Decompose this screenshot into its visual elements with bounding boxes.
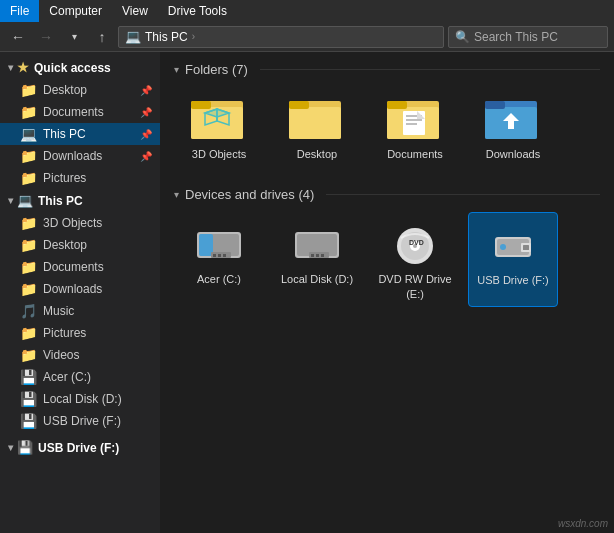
sidebar-label-downloads-qa: Downloads [43, 149, 102, 163]
svg-rect-28 [218, 254, 221, 257]
sidebar-item-downloads[interactable]: 📁 Downloads [0, 278, 160, 300]
drive-usb-f[interactable]: USB Drive (F:) [468, 212, 558, 307]
sidebar-label-usb-f: USB Drive (F:) [43, 414, 121, 428]
sidebar-label-desktop: Desktop [43, 238, 87, 252]
sidebar-item-music[interactable]: 🎵 Music [0, 300, 160, 322]
sidebar: ▾ ★ Quick access 📁 Desktop 📌 📁 Documents… [0, 52, 160, 533]
dropdown-button[interactable]: ▾ [62, 25, 86, 49]
back-button[interactable]: ← [6, 25, 30, 49]
sidebar-label-videos: Videos [43, 348, 79, 362]
folder-documents[interactable]: Documents [370, 87, 460, 167]
usb-bottom-icon: 💾 [17, 440, 33, 455]
videos-icon: 📁 [20, 347, 37, 363]
pin-icon: 📌 [140, 85, 152, 96]
dvd-drive-icon: DVD [387, 218, 443, 268]
svg-point-45 [500, 244, 506, 250]
svg-rect-9 [289, 101, 309, 109]
sidebar-label-desktop-qa: Desktop [43, 83, 87, 97]
drive-local-d[interactable]: Local Disk (D:) [272, 212, 362, 307]
sidebar-label-local-d: Local Disk (D:) [43, 392, 122, 406]
sidebar-item-downloads-qa[interactable]: 📁 Downloads 📌 [0, 145, 160, 167]
search-box[interactable]: 🔍 Search This PC [448, 26, 608, 48]
up-button[interactable]: ↑ [90, 25, 114, 49]
this-pc-header-label: This PC [38, 194, 83, 208]
folders-chevron: ▾ [174, 64, 179, 75]
sidebar-this-pc-header[interactable]: ▾ 💻 This PC [0, 189, 160, 212]
3d-icon: 📁 [20, 215, 37, 231]
sidebar-label-documents-qa: Documents [43, 105, 104, 119]
svg-rect-25 [199, 234, 213, 256]
downloads-folder-icon [485, 93, 541, 143]
svg-rect-13 [403, 111, 425, 135]
this-pc-chevron: ▾ [8, 195, 13, 206]
folders-divider [260, 69, 600, 70]
this-pc-icon: 💻 [20, 126, 37, 142]
sidebar-item-acer-c[interactable]: 💾 Acer (C:) [0, 366, 160, 388]
usb-bottom-label: USB Drive (F:) [38, 441, 119, 455]
drives-chevron: ▾ [174, 189, 179, 200]
svg-rect-35 [321, 254, 324, 257]
svg-rect-20 [485, 101, 505, 109]
usb-f-label: USB Drive (F:) [477, 273, 549, 287]
address-computer-icon: 💻 [125, 29, 141, 44]
menu-view[interactable]: View [112, 0, 158, 22]
dl-icon: 📁 [20, 281, 37, 297]
search-icon: 🔍 [455, 30, 470, 44]
menu-bar: File Computer View Drive Tools [0, 0, 614, 22]
downloads-qa-icon: 📁 [20, 148, 37, 164]
pin-icon-docs: 📌 [140, 107, 152, 118]
sidebar-item-pictures-qa[interactable]: 📁 Pictures [0, 167, 160, 189]
sidebar-item-desktop-qa[interactable]: 📁 Desktop 📌 [0, 79, 160, 101]
svg-rect-22 [508, 121, 514, 129]
svg-rect-44 [523, 245, 529, 250]
pictures-icon: 📁 [20, 325, 37, 341]
sidebar-usb-bottom[interactable]: ▾ 💾 USB Drive (F:) [0, 436, 160, 459]
desktop-qa-icon: 📁 [20, 82, 37, 98]
sidebar-item-3d-objects[interactable]: 📁 3D Objects [0, 212, 160, 234]
pin-icon-pc: 📌 [140, 129, 152, 140]
acer-drive-icon [191, 218, 247, 268]
3d-folder-icon [191, 93, 247, 143]
local-d-label: Local Disk (D:) [281, 272, 353, 286]
folder-downloads[interactable]: Downloads [468, 87, 558, 167]
sidebar-item-usb-f[interactable]: 💾 USB Drive (F:) [0, 410, 160, 432]
local-d-icon: 💾 [20, 391, 37, 407]
toolbar: ← → ▾ ↑ 💻 This PC › 🔍 Search This PC [0, 22, 614, 52]
usb-f-icon: 💾 [20, 413, 37, 429]
docs-icon: 📁 [20, 259, 37, 275]
folder-3d-objects[interactable]: 3D Objects [174, 87, 264, 167]
sidebar-item-documents[interactable]: 📁 Documents [0, 256, 160, 278]
sidebar-item-videos[interactable]: 📁 Videos [0, 344, 160, 366]
folders-section-header: ▾ Folders (7) [174, 62, 600, 77]
sidebar-item-documents-qa[interactable]: 📁 Documents 📌 [0, 101, 160, 123]
desktop-label: Desktop [297, 147, 337, 161]
address-bar[interactable]: 💻 This PC › [118, 26, 444, 48]
menu-computer[interactable]: Computer [39, 0, 112, 22]
drives-divider [326, 194, 600, 195]
svg-rect-8 [289, 107, 341, 139]
sidebar-item-pictures[interactable]: 📁 Pictures [0, 322, 160, 344]
sidebar-item-desktop[interactable]: 📁 Desktop [0, 234, 160, 256]
menu-drive-tools[interactable]: Drive Tools [158, 0, 237, 22]
menu-file[interactable]: File [0, 0, 39, 22]
usb-bottom-chevron: ▾ [8, 442, 13, 453]
folder-desktop[interactable]: Desktop [272, 87, 362, 167]
svg-rect-2 [191, 101, 211, 109]
content-area: ▾ Folders (7) 3D [160, 52, 614, 533]
drive-dvd-e[interactable]: DVD DVD RW Drive(E:) [370, 212, 460, 307]
sidebar-item-this-pc[interactable]: 💻 This PC 📌 [0, 123, 160, 145]
sidebar-item-local-d[interactable]: 💾 Local Disk (D:) [0, 388, 160, 410]
svg-rect-12 [387, 101, 407, 109]
sidebar-label-3d: 3D Objects [43, 216, 102, 230]
acer-c-label: Acer (C:) [197, 272, 241, 286]
dvd-e-label: DVD RW Drive(E:) [378, 272, 451, 301]
drive-acer-c[interactable]: Acer (C:) [174, 212, 264, 307]
sidebar-label-docs: Documents [43, 260, 104, 274]
downloads-label: Downloads [486, 147, 540, 161]
sidebar-quick-access-header[interactable]: ▾ ★ Quick access [0, 56, 160, 79]
quick-access-chevron: ▾ [8, 62, 13, 73]
desktop-folder-icon [289, 93, 345, 143]
folders-grid: 3D Objects Desktop [174, 87, 600, 167]
forward-button[interactable]: → [34, 25, 58, 49]
folders-section-label: Folders (7) [185, 62, 248, 77]
